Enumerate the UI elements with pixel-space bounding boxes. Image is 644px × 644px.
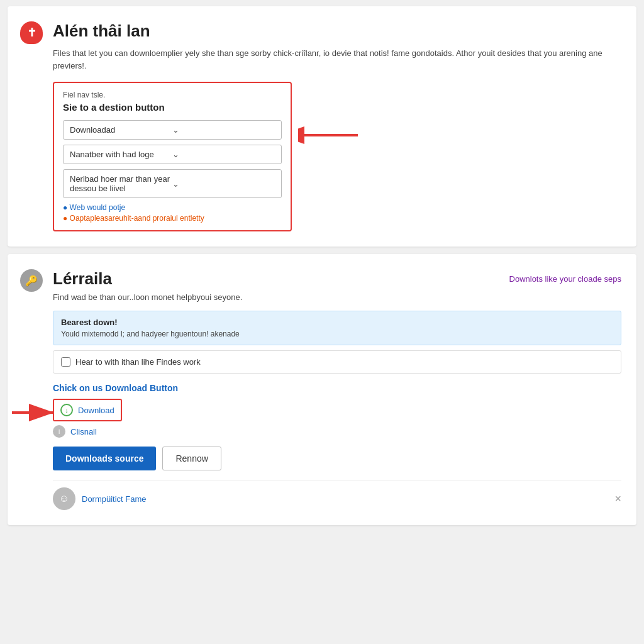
section1-description: Files that let you can downloemplier yel… xyxy=(53,47,621,72)
config-box: Fiel nav tsle. Sie to a destion button D… xyxy=(53,82,292,231)
user-link[interactable]: Dormpüitict Fame xyxy=(82,494,147,504)
section2-title: Lérraila xyxy=(53,269,112,289)
close-button[interactable]: × xyxy=(614,492,621,506)
config-links: Web would potje Oaptapleasareuhit-aand p… xyxy=(63,203,282,223)
config-box-label: Fiel nav tsle. xyxy=(63,91,282,99)
section1-icon: ✝ xyxy=(20,21,43,44)
dropdown3-chevron: ⌄ xyxy=(172,179,275,189)
dropdown3[interactable]: Nerlbad hoer mar than year dessou be lii… xyxy=(63,169,282,198)
user-avatar: ☺ xyxy=(53,487,75,510)
user-row: ☺ Dormpüitict Fame × xyxy=(53,480,621,510)
download-section-label-row: Chick on us Download Button xyxy=(53,382,621,394)
dropdown1[interactable]: Downloadad ⌄ xyxy=(63,120,282,140)
section2-header-link[interactable]: Downlots like your cloade seps xyxy=(509,274,621,284)
dropdown2-chevron: ⌄ xyxy=(172,150,275,159)
section2-header: Lérraila Downlots like your cloade seps xyxy=(53,269,621,289)
download-link-box[interactable]: ↓ Download xyxy=(53,399,122,421)
section2-card: 🔑 Lérraila Downlots like your cloade sep… xyxy=(8,254,636,525)
downloads-source-button[interactable]: Downloads source xyxy=(53,447,156,470)
dropdown1-chevron: ⌄ xyxy=(172,125,275,135)
download-label-static: Chick on us Download Button xyxy=(53,383,178,393)
info-box-text: Yould mixtemodd l; and hadyeer hguentoun… xyxy=(61,330,613,338)
checkbox-row[interactable]: Hear to with ithan lihe Findes work xyxy=(53,350,621,374)
download-icon: ↓ xyxy=(60,404,73,416)
dropdown1-text: Downloadad xyxy=(70,125,172,135)
buttons-row: Downloads source Rennow xyxy=(53,447,621,470)
info-box: Bearest down! Yould mixtemodd l; and had… xyxy=(53,311,621,345)
clisnal-link[interactable]: Clisnall xyxy=(70,427,97,436)
info-box-title: Bearest down! xyxy=(61,318,613,327)
section1-title: Alén thâi lan xyxy=(53,21,621,41)
checkbox-label: Hear to with ithan lihe Findes work xyxy=(75,357,201,367)
shield-red-icon: ✝ xyxy=(20,21,43,44)
section2-description: Find wad be than our..loon monet helpbyo… xyxy=(53,292,621,302)
download-label-chick: Chick on us xyxy=(53,383,105,393)
clisnal-row[interactable]: i Clisnall xyxy=(53,425,621,438)
dropdown2-text: Nanatber with had loge xyxy=(70,150,172,159)
link-blue[interactable]: Web would potje xyxy=(63,203,282,212)
checkbox-input[interactable] xyxy=(61,357,70,367)
config-box-title: Sie to a destion button xyxy=(63,102,282,113)
arrow-left-indicator xyxy=(9,400,59,428)
rennow-button[interactable]: Rennow xyxy=(162,447,221,470)
dropdown2[interactable]: Nanatber with had loge ⌄ xyxy=(63,145,282,164)
download-link[interactable]: Download xyxy=(78,406,114,415)
section2-icon: 🔑 xyxy=(20,269,43,292)
arrow-right-indicator xyxy=(298,119,361,153)
shield-gray-icon: 🔑 xyxy=(20,269,43,292)
section1-card: ✝ Alén thâi lan Files that let you can d… xyxy=(8,6,636,247)
link-orange[interactable]: Oaptapleasareuhit-aand proraiul entletty xyxy=(63,214,282,223)
dropdown3-text: Nerlbad hoer mar than year dessou be lii… xyxy=(70,174,172,193)
download-label-button: Download Button xyxy=(105,383,178,393)
